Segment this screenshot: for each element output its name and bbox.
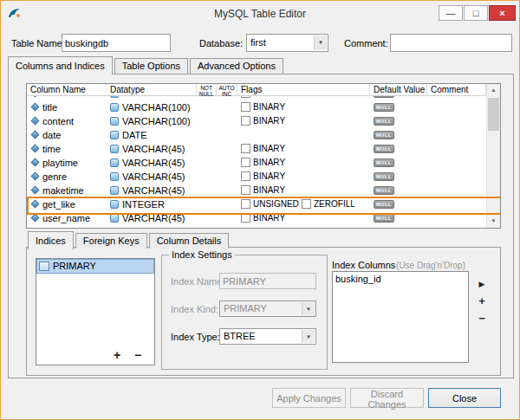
flag-checkbox-binary[interactable]: [241, 171, 250, 181]
datatype-icon: [110, 172, 119, 181]
datatype-cell: VARCHAR(45): [122, 158, 185, 168]
column-name-cell: time: [42, 144, 61, 154]
scroll-up-icon[interactable]: ▲: [487, 84, 500, 97]
table-row-content[interactable]: contentVARCHAR(100)BINARYNULL: [27, 114, 486, 128]
remove-index-column-button[interactable]: −: [472, 310, 491, 327]
mysql-table-editor-window: MySQL Table Editor — □ × Table Name: Dat…: [0, 0, 520, 420]
flag-label: BINARY: [253, 158, 285, 167]
database-select[interactable]: first ▼: [246, 34, 328, 52]
column-key-icon: [31, 200, 40, 209]
titlebar[interactable]: MySQL Table Editor — □ ×: [1, 1, 519, 27]
detail-tab-strip: IndicesForeign KeysColumn Details: [28, 231, 231, 249]
index-columns-buttons: ▶ + −: [472, 275, 491, 327]
chevron-down-icon: ▼: [302, 330, 315, 343]
move-right-icon[interactable]: ▶: [472, 275, 491, 293]
column-key-icon: [31, 186, 40, 195]
default-value-badge[interactable]: NULL: [374, 96, 394, 98]
apply-changes-button[interactable]: Apply Changes: [272, 388, 346, 408]
add-index-column-button[interactable]: +: [472, 293, 491, 310]
column-key-icon: [31, 145, 40, 153]
header-datatype: Datatype: [107, 84, 197, 96]
flag-checkbox-binary[interactable]: [241, 116, 250, 126]
tab-indices[interactable]: Indices: [28, 231, 74, 249]
flag-checkbox[interactable]: [241, 96, 250, 98]
table-row-get_like[interactable]: get_likeINTEGERUNSIGNEDZEROFILLNULL: [27, 197, 486, 211]
datatype-icon: [110, 131, 119, 139]
tab-column-details[interactable]: Column Details: [149, 233, 230, 249]
table-row-playtime[interactable]: playtimeVARCHAR(45)BINARYNULL: [27, 156, 486, 170]
flag-checkbox-binary[interactable]: [241, 158, 250, 167]
index-list-item[interactable]: PRIMARY: [36, 259, 154, 274]
default-value-badge[interactable]: NULL: [374, 158, 394, 167]
comment-input[interactable]: [390, 34, 512, 52]
index-kind-label: Index Kind:: [171, 304, 218, 314]
main-tab-strip: Columns and IndicesTable OptionsAdvanced…: [8, 56, 285, 74]
column-name-cell: content: [42, 116, 74, 126]
column-key-icon: [31, 131, 40, 139]
table-row-user_name[interactable]: user_nameVARCHAR(45)BINARYNULL: [27, 211, 486, 225]
maximize-button[interactable]: □: [464, 5, 488, 21]
index-type-select[interactable]: BTREE ▼: [219, 328, 316, 345]
minimize-button[interactable]: —: [439, 5, 463, 21]
columns-grid: Column Name Datatype NOT NULL AUTO INC F…: [26, 83, 501, 229]
tab-columns-and-indices[interactable]: Columns and Indices: [8, 56, 113, 74]
column-key-icon: [31, 96, 40, 97]
tab-foreign-keys[interactable]: Foreign Keys: [75, 233, 147, 249]
header-default-value: Default Value: [370, 84, 427, 96]
vertical-scrollbar[interactable]: ▲ ▼: [486, 84, 500, 228]
column-name-cell: genre: [42, 171, 67, 182]
default-value-badge[interactable]: NULL: [374, 103, 394, 112]
datatype-cell: VARCHAR(100): [122, 102, 191, 113]
table-row-genre[interactable]: genreVARCHAR(45)BINARYNULL: [27, 170, 486, 184]
flag-checkbox-binary[interactable]: [241, 185, 250, 195]
index-name-label: Index Name:: [171, 276, 224, 287]
column-name-cell: date: [42, 130, 61, 140]
table-row-maketime[interactable]: maketimeVARCHAR(45)BINARYNULL: [27, 184, 486, 197]
chevron-down-icon: ▼: [314, 36, 327, 50]
default-value-badge[interactable]: NULL: [374, 145, 394, 153]
remove-index-button[interactable]: −: [131, 348, 145, 362]
table-name-input[interactable]: [62, 34, 171, 52]
index-column-item[interactable]: busking_id: [333, 272, 468, 287]
table-name-label: Table Name:: [11, 38, 65, 48]
header-comment: Comment: [427, 84, 486, 96]
column-key-icon: [31, 172, 40, 181]
default-value-badge[interactable]: NULL: [374, 186, 394, 195]
default-value-badge[interactable]: NULL: [374, 214, 394, 223]
datatype-icon: [110, 186, 119, 195]
flag-checkbox-binary[interactable]: [241, 102, 250, 112]
flag-checkbox-unsigned[interactable]: [241, 199, 250, 209]
table-row-title[interactable]: titleVARCHAR(100)BINARYNULL: [27, 100, 486, 114]
index-settings-group: Index Settings Index Name: Index Kind: P…: [161, 255, 328, 370]
default-value-badge[interactable]: NULL: [374, 200, 394, 209]
default-value-badge[interactable]: NULL: [374, 131, 394, 139]
default-value-badge[interactable]: NULL: [374, 172, 394, 181]
index-name-input: [219, 273, 316, 289]
tab-advanced-options[interactable]: Advanced Options: [190, 58, 283, 74]
datatype-icon: [110, 214, 119, 223]
flag-checkbox-zerofill[interactable]: [302, 199, 311, 209]
column-key-icon: [31, 158, 40, 167]
column-name-cell: user_name: [42, 213, 90, 223]
flag-checkbox-binary[interactable]: [241, 144, 250, 153]
flag-label: BINARY: [253, 213, 285, 223]
index-list-buttons: + −: [110, 348, 145, 362]
datatype-cell: VARCHAR(45): [122, 185, 185, 196]
default-value-badge[interactable]: NULL: [374, 117, 394, 126]
chevron-down-icon: ▼: [302, 302, 315, 315]
index-settings-title: Index Settings: [169, 249, 235, 260]
scrollbar-thumb[interactable]: [488, 98, 499, 131]
table-row-time[interactable]: timeVARCHAR(45)BINARYNULL: [27, 142, 486, 156]
table-header-form: Table Name: Database: first ▼ Comment:: [1, 34, 519, 55]
index-type-label: Index Type:: [171, 332, 220, 342]
index-columns-list[interactable]: busking_id: [332, 271, 469, 363]
flag-checkbox-binary[interactable]: [241, 213, 250, 223]
close-window-button[interactable]: ×: [489, 5, 516, 21]
tab-table-options[interactable]: Table Options: [114, 58, 188, 74]
add-index-button[interactable]: +: [110, 348, 124, 362]
discard-changes-button[interactable]: Discard Changes: [350, 388, 424, 408]
datatype-icon: [110, 96, 119, 98]
scroll-down-icon[interactable]: ▼: [487, 215, 500, 228]
table-row-date[interactable]: dateDATENULL: [27, 128, 486, 142]
close-button[interactable]: Close: [428, 388, 501, 408]
